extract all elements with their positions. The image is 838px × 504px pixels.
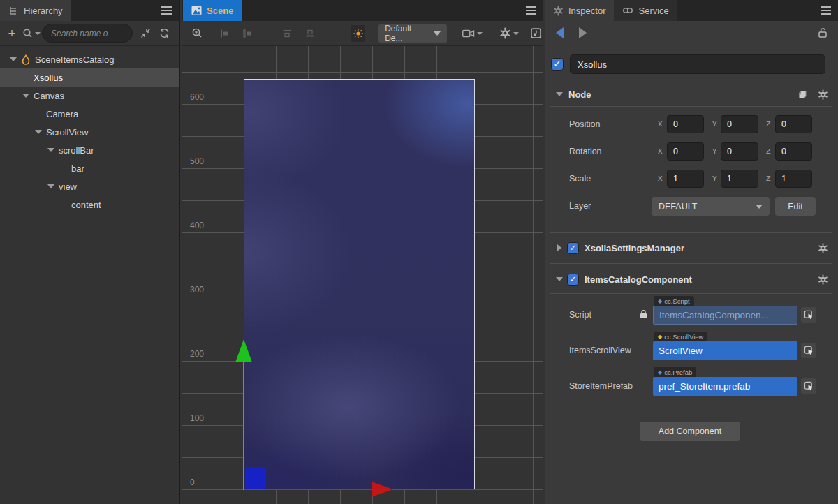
refresh-icon[interactable]	[155, 28, 173, 38]
camera-dropdown-icon[interactable]	[462, 25, 483, 42]
ruler-label: 0	[190, 477, 195, 487]
hierarchy-menu-icon[interactable]	[161, 6, 172, 15]
scene-toolbar: Default De...	[182, 21, 543, 46]
layer-edit-button[interactable]: Edit	[775, 197, 816, 216]
script-picker-button[interactable]	[801, 307, 816, 323]
tree-item-canvas[interactable]: Canvas	[0, 87, 179, 105]
position-y-input[interactable]	[721, 115, 758, 133]
tab-scene[interactable]: Scene	[183, 0, 242, 21]
tree-item-bar[interactable]: bar	[0, 159, 179, 177]
inspector-menu-icon[interactable]	[821, 6, 831, 15]
itemsscrollview-prop-label: ItemsScrollView	[569, 346, 631, 355]
scale-z-input[interactable]	[775, 170, 812, 188]
expand-arrow-icon[interactable]	[47, 184, 59, 188]
script-prop-label: Script	[569, 310, 591, 320]
scale-x-input[interactable]	[667, 170, 704, 188]
itemsscrollview-ref-field[interactable]: ScrollView	[653, 341, 797, 360]
display-mode-dropdown[interactable]: Default De...	[378, 24, 447, 43]
tree-item-scrollview[interactable]: ScrollView	[0, 123, 179, 141]
nav-forward-icon[interactable]	[579, 27, 587, 38]
grid-view-icon[interactable]	[529, 25, 543, 42]
node-expand-icon[interactable]	[556, 92, 563, 96]
align-top-icon[interactable]	[280, 25, 295, 42]
position-z-input[interactable]	[775, 115, 812, 133]
node-section-header[interactable]: Node	[545, 84, 838, 105]
axis-y-label: Y	[712, 147, 717, 156]
component-enabled-checkbox[interactable]: ✓	[567, 274, 579, 286]
tree-item-sceneitemscatalog[interactable]: SceneItemsCatalog	[0, 50, 179, 68]
script-ref-field[interactable]: ItemsCatalogComponen...	[653, 306, 797, 325]
gear-dropdown-icon[interactable]	[499, 25, 519, 42]
tree-item-camera[interactable]: Camera	[0, 105, 179, 123]
rotation-label: Rotation	[569, 147, 602, 156]
component-header-xsollasettingsmanager[interactable]: ✓ XsollaSettingsManager	[545, 237, 838, 258]
expand-arrow-icon[interactable]	[47, 148, 59, 152]
layer-dropdown[interactable]: DEFAULT	[652, 197, 770, 216]
display-mode-value: Default De...	[385, 24, 424, 43]
search-filter-icon[interactable]	[21, 28, 42, 39]
itemsscrollview-picker-button[interactable]	[801, 343, 816, 358]
add-component-button[interactable]: Add Component	[640, 422, 740, 441]
rotation-y-input[interactable]	[721, 142, 758, 161]
lighting-toggle-icon[interactable]	[351, 25, 365, 42]
hierarchy-tree: SceneItemsCatalogXsollusCanvasCameraScro…	[0, 50, 179, 214]
rotation-z-input[interactable]	[775, 142, 812, 161]
tab-service[interactable]: Service	[614, 0, 677, 21]
inspector-panel: Inspector Service ✓ Node	[545, 0, 838, 504]
tree-item-scrollbar[interactable]: scrollBar	[0, 141, 179, 159]
component-gear-icon[interactable]	[818, 243, 828, 253]
tree-item-label: Camera	[46, 109, 78, 119]
tree-item-label: ScrollView	[46, 127, 88, 138]
component-expand-icon[interactable]	[556, 277, 563, 281]
tab-hierarchy[interactable]: Hierarchy	[0, 0, 71, 21]
inspector-gear-icon	[553, 6, 564, 16]
position-label: Position	[569, 119, 600, 129]
type-diamond-icon: ◆	[658, 334, 662, 340]
origin-handle[interactable]	[245, 467, 266, 489]
node-gear-icon[interactable]	[818, 89, 828, 100]
x-axis-arrowhead-icon	[372, 482, 393, 497]
component-enabled-checkbox[interactable]: ✓	[567, 242, 579, 254]
storeitemprefab-ref-field[interactable]: pref_StoreItem.prefab	[653, 377, 797, 396]
scene-menu-icon[interactable]	[526, 6, 536, 15]
tree-item-xsollus[interactable]: Xsollus	[0, 68, 179, 87]
axis-x-label: X	[658, 147, 663, 156]
x-axis-gizmo[interactable]	[244, 489, 372, 490]
create-node-button[interactable]: +	[3, 26, 21, 41]
zoom-tool-icon[interactable]	[190, 25, 205, 42]
ruler-label: 400	[190, 221, 204, 230]
node-name-input[interactable]	[570, 54, 825, 74]
scene-viewport[interactable]: 6005004003002001000	[182, 46, 543, 504]
expand-arrow-icon[interactable]	[22, 94, 34, 98]
expand-arrow-icon[interactable]	[10, 57, 21, 61]
search-input[interactable]	[42, 24, 133, 43]
expand-arrow-icon[interactable]	[35, 130, 46, 134]
storeitemprefab-picker-button[interactable]	[801, 378, 816, 394]
tree-item-label: Xsollus	[34, 73, 63, 83]
align-middle-v-icon[interactable]	[302, 25, 317, 42]
rotation-x-input[interactable]	[667, 142, 704, 161]
hierarchy-panel: Hierarchy + SceneItemsCatalogXsollusCanv…	[0, 0, 180, 504]
align-center-h-icon[interactable]	[240, 25, 255, 42]
inspector-tabbar: Inspector Service	[545, 0, 838, 21]
nav-back-icon[interactable]	[556, 27, 564, 38]
tab-service-label: Service	[638, 6, 668, 16]
collapse-all-icon[interactable]	[135, 28, 155, 38]
hierarchy-icon	[8, 6, 19, 16]
scale-y-input[interactable]	[721, 170, 758, 188]
tree-item-view[interactable]: view	[0, 177, 179, 195]
component-gear-icon[interactable]	[818, 274, 828, 285]
layer-label: Layer	[569, 201, 591, 211]
grid-line	[533, 46, 534, 504]
tab-inspector[interactable]: Inspector	[545, 0, 614, 21]
lock-icon[interactable]	[817, 27, 828, 38]
tree-item-content[interactable]: content	[0, 195, 179, 214]
component-expand-icon[interactable]	[557, 244, 561, 251]
align-left-icon[interactable]	[217, 25, 232, 42]
canvas-design-rect	[244, 79, 475, 489]
y-axis-gizmo[interactable]	[243, 362, 244, 490]
node-docs-icon[interactable]	[797, 89, 808, 100]
component-header-itemscatalogcomponent[interactable]: ✓ ItemsCatalogComponent	[545, 269, 838, 290]
node-enabled-checkbox[interactable]: ✓	[551, 58, 564, 71]
position-x-input[interactable]	[667, 115, 704, 133]
